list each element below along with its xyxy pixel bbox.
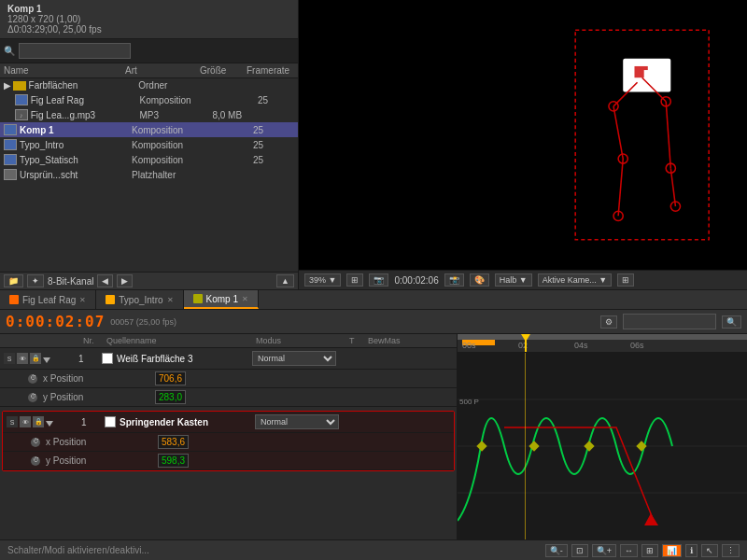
layer-solo-btn[interactable]: S <box>4 353 15 364</box>
camera-btn[interactable]: 📷 <box>369 273 388 287</box>
fps-display: 00057 (25,00 fps) <box>110 317 176 327</box>
tab-label: Typo_Intro <box>119 295 162 305</box>
prop-value-ys[interactable]: 598,3 <box>158 454 189 468</box>
layer-visible-btn[interactable]: 👁 <box>20 416 31 427</box>
timeline-icons-btn[interactable]: ⚙ <box>600 315 617 329</box>
quality-dropdown[interactable]: Halb ▼ <box>495 273 532 287</box>
folder-icon <box>13 81 26 91</box>
more-btn[interactable]: ⋮ <box>722 544 740 557</box>
col-frame-header: Framerate <box>247 65 293 76</box>
layer-modus-select[interactable]: Normal <box>252 351 336 366</box>
quality-label: Halb <box>500 275 517 285</box>
color-btn[interactable]: 🎨 <box>470 273 489 287</box>
fit-btn[interactable]: ⊞ <box>346 273 363 287</box>
file-art: Platzhalter <box>132 170 206 180</box>
timeline-search-input[interactable] <box>623 314 716 329</box>
layer-modus-select-spring[interactable]: Normal <box>255 414 339 429</box>
svg-rect-0 <box>299 2 747 269</box>
prop-row-y: ⏱ y Position 283,0 <box>0 388 457 407</box>
new-comp-button[interactable]: 📁 <box>4 274 23 287</box>
layer-icons: S 👁 🔒 <box>4 352 78 366</box>
file-frame: 25 <box>253 125 290 135</box>
tab-label: Fig Leaf Rag <box>22 295 76 305</box>
layer-color <box>102 353 113 364</box>
tab-close-icon[interactable]: ✕ <box>167 296 174 304</box>
prop-value-xs[interactable]: 583,6 <box>158 435 189 449</box>
svg-rect-4 <box>644 70 661 79</box>
file-art: MP3 <box>140 110 213 120</box>
layer-name: Weiß Farbfläche 3 <box>117 354 252 364</box>
file-name: Fig Leaf Rag <box>31 95 140 105</box>
tab-comp-icon <box>9 295 19 304</box>
graph-btn[interactable]: 📊 <box>662 544 682 557</box>
layer-nr-spring: 1 <box>81 417 105 427</box>
file-list[interactable]: ▶ Farbflächen Ordner Fig Leaf Rag Kompos… <box>0 78 298 272</box>
layer-bewmas-col-header: BewMas <box>368 336 424 345</box>
project-search-input[interactable] <box>19 43 131 59</box>
scroll-up-button[interactable]: ▲ <box>276 274 294 287</box>
tab-komp1[interactable]: Komp 1 ✕ <box>184 290 259 309</box>
layer-expand-btn2[interactable] <box>46 415 53 429</box>
layer-name-spring: Springender Kasten <box>120 417 255 427</box>
timeline-ruler: 00s 02 04s 06s <box>458 334 747 353</box>
layer-row-weiss: S 👁 🔒 1 Weiß Farbfläche 3 Normal <box>0 348 457 407</box>
bit-channel-btn2[interactable]: ▶ <box>117 274 133 287</box>
playhead[interactable] <box>525 334 527 352</box>
list-item[interactable]: ▶ Farbflächen Ordner <box>0 78 298 92</box>
tab-fig-leaf[interactable]: Fig Leaf Rag ✕ <box>0 290 96 309</box>
svg-rect-21 <box>476 441 486 451</box>
zoom-out-btn[interactable]: 🔍- <box>545 544 568 557</box>
col-art-header: Art <box>125 65 200 76</box>
layer-row-springender: S 👁 🔒 1 Springender Kasten Normal <box>2 411 455 471</box>
active-camera-btn[interactable]: Aktive Kame... ▼ <box>538 273 612 287</box>
expand-triangle-icon <box>43 357 50 363</box>
snapshot-btn[interactable]: 📸 <box>444 273 464 287</box>
prop-value-y[interactable]: 283,0 <box>155 390 186 404</box>
zoom-dropdown-btn[interactable]: 39% ▼ <box>304 273 341 287</box>
list-item[interactable]: Typo_Statisch Komposition 25 <box>0 152 298 167</box>
layer-expand-btn[interactable] <box>43 352 50 366</box>
layer-columns-header: Nr. Quellenname Modus T BewMas <box>0 334 457 348</box>
tab-close-icon[interactable]: ✕ <box>79 296 86 304</box>
layer-visible-btn[interactable]: 👁 <box>17 353 28 364</box>
layer-lock-btn[interactable]: 🔒 <box>30 353 41 364</box>
list-item[interactable]: Fig Leaf Rag Komposition 25 <box>0 92 298 107</box>
tab-typo-intro[interactable]: Typo_Intro ✕ <box>96 290 183 309</box>
file-name: Farbflächen <box>29 80 139 91</box>
list-item[interactable]: Ursprün...scht Platzhalter <box>0 167 298 182</box>
zoom-fit-btn[interactable]: ⊡ <box>571 544 588 557</box>
graph-panel: 00s 02 04s 06s <box>458 334 747 539</box>
tab-close-icon[interactable]: ✕ <box>242 295 248 303</box>
info-btn[interactable]: ℹ <box>685 544 698 557</box>
prop-value-x[interactable]: 706,6 <box>155 371 186 385</box>
file-frame: 25 <box>258 95 294 105</box>
active-camera-label: Aktive Kame... <box>543 275 597 285</box>
layer-lock-btn[interactable]: 🔒 <box>33 416 44 427</box>
layer-modus-col-header: Modus <box>256 336 349 345</box>
timeline-search-btn[interactable]: 🔍 <box>722 315 741 329</box>
list-item[interactable]: Typo_Intro Komposition 25 <box>0 137 298 152</box>
navigate-btn[interactable]: ↔ <box>620 544 638 557</box>
ruler-mark-00s: 00s <box>462 341 476 350</box>
bit-channel-btn[interactable]: ◀ <box>97 274 113 287</box>
status-buttons: 🔍- ⊡ 🔍+ ↔ ⊞ 📊 ℹ ↖ ⋮ <box>545 544 740 557</box>
list-item[interactable]: Komp 1 Komposition 25 <box>0 122 298 137</box>
expand-triangle-icon2 <box>46 421 53 427</box>
svg-rect-23 <box>584 441 594 451</box>
list-item[interactable]: ♪ Fig Lea...g.mp3 MP3 8,0 MB <box>0 107 298 122</box>
grid-btn[interactable]: ⊞ <box>617 273 634 287</box>
project-info-line2: 1280 x 720 (1,00) <box>7 14 290 24</box>
stopwatch-icon: ⏱ <box>28 374 37 384</box>
layer-solo-btn[interactable]: S <box>7 416 18 427</box>
file-name: Typo_Statisch <box>20 155 132 165</box>
new-folder-button[interactable]: ✦ <box>27 274 44 287</box>
layer-row[interactable]: S 👁 🔒 1 Weiß Farbfläche 3 Normal <box>0 348 457 370</box>
layer-row[interactable]: S 👁 🔒 1 Springender Kasten Normal <box>3 412 454 433</box>
file-art: Komposition <box>132 155 206 165</box>
zoom-in-btn[interactable]: 🔍+ <box>592 544 616 557</box>
file-name: Fig Lea...g.mp3 <box>31 110 140 120</box>
file-art: Komposition <box>140 95 213 105</box>
cursor-btn[interactable]: ↖ <box>701 544 718 557</box>
timecode-display: 0:00:02:07 <box>6 313 105 330</box>
snap-btn[interactable]: ⊞ <box>641 544 658 557</box>
